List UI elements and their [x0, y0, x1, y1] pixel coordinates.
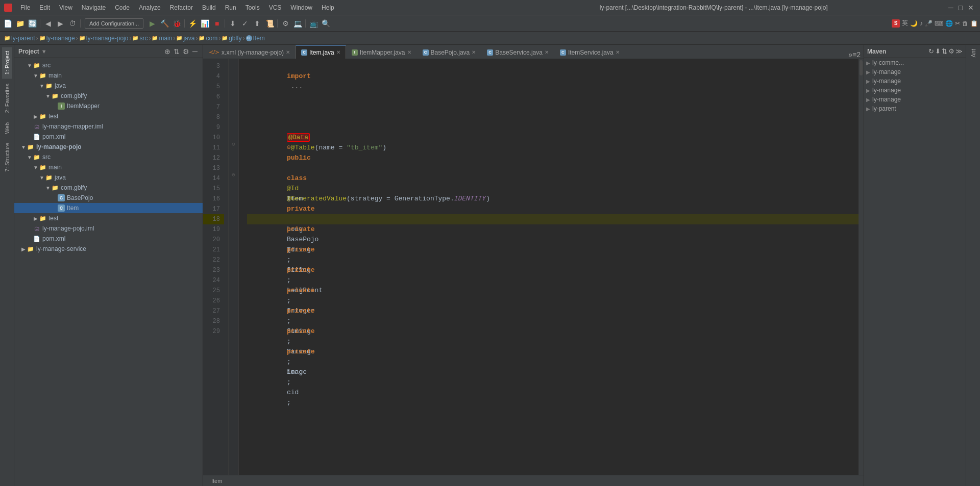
debug-icon[interactable]: 🐞: [171, 18, 182, 29]
tree-item-src-pojo[interactable]: ▼ 📁 src: [14, 152, 203, 162]
maven-expand-icon[interactable]: ⇅: [942, 47, 947, 55]
vcs-update-icon[interactable]: ⬇: [227, 18, 238, 29]
maven-item-ly-parent[interactable]: ▶ ly-parent: [864, 104, 966, 113]
menu-file[interactable]: File: [16, 3, 34, 12]
back-icon[interactable]: ◀: [42, 18, 54, 29]
close-icon[interactable]: ✕: [966, 4, 976, 12]
run-config-icon[interactable]: 📺: [308, 18, 319, 29]
panel-minimize-icon[interactable]: ─: [191, 47, 199, 56]
panel-settings-icon[interactable]: ⚙: [182, 47, 190, 56]
sidebar-tab-web[interactable]: Web: [2, 118, 12, 138]
tab-xml[interactable]: ≺/≻ x.xml (ly-manage-pojo) ✕: [203, 45, 296, 59]
breadcrumb-com[interactable]: 📁 com: [199, 35, 217, 42]
breadcrumb-main[interactable]: 📁 main: [152, 35, 172, 42]
tab-itemservice-close[interactable]: ✕: [616, 49, 620, 55]
profile-icon[interactable]: ⚡: [187, 18, 198, 29]
tree-item-main-pojo[interactable]: ▼ 📁 main: [14, 162, 203, 172]
vcs-commit-icon[interactable]: ✓: [239, 18, 251, 29]
maven-item-ly-comme[interactable]: ▶ ly-comme...: [864, 58, 966, 67]
tab-itemmapper[interactable]: I ItemMapper.java ✕: [346, 45, 417, 59]
vcs-history-icon[interactable]: 📜: [264, 18, 275, 29]
tab-overflow-button[interactable]: »≡2: [845, 50, 864, 59]
tree-item-item[interactable]: C Item: [14, 203, 203, 213]
recent-icon[interactable]: ⏱: [67, 18, 78, 29]
tab-basepojo-close[interactable]: ✕: [472, 49, 476, 55]
tab-baseservice[interactable]: C BaseService.java ✕: [481, 45, 554, 59]
maven-item-ly-manage-3[interactable]: ▶ ly-manage: [864, 86, 966, 95]
sidebar-tab-favorites[interactable]: 2: Favorites: [2, 80, 12, 117]
maven-item-ly-manage-4[interactable]: ▶ ly-manage: [864, 95, 966, 104]
tab-item-java[interactable]: C Item.java ✕: [296, 45, 346, 59]
menu-vcs[interactable]: VCS: [265, 3, 286, 12]
tab-baseservice-close[interactable]: ✕: [545, 49, 549, 55]
tree-item-mapper-iml[interactable]: 🗂 ly-manage-mapper.iml: [14, 121, 203, 132]
far-right-tab-ant[interactable]: Ant: [968, 45, 978, 62]
tree-item-test-mapper[interactable]: ▶ 📁 test: [14, 111, 203, 121]
maximize-icon[interactable]: □: [957, 4, 965, 12]
tree-item-com-pojo[interactable]: ▼ 📁 com.gblfy: [14, 183, 203, 193]
maven-download-icon[interactable]: ⬇: [935, 47, 941, 55]
menu-run[interactable]: Run: [221, 3, 240, 12]
editor-scrollbar[interactable]: [859, 59, 864, 475]
tree-item-ly-manage-pojo[interactable]: ▼ 📁 ly-manage-pojo: [14, 142, 203, 152]
tree-item-main-mapper[interactable]: ▼ 📁 main: [14, 70, 203, 81]
menu-view[interactable]: View: [55, 3, 77, 12]
tree-item-pojo-iml[interactable]: 🗂 ly-manage-pojo.iml: [14, 223, 203, 234]
project-dropdown-icon[interactable]: ▼: [41, 48, 47, 55]
breadcrumb-ly-manage[interactable]: 📁 ly-manage: [39, 35, 75, 42]
breadcrumb-gblfy[interactable]: 📁 gblfy: [222, 35, 241, 42]
sync-icon[interactable]: 🔄: [27, 18, 38, 29]
maven-item-ly-manage-2[interactable]: ▶ ly-manage: [864, 76, 966, 86]
new-file-icon[interactable]: 📄: [2, 18, 13, 29]
tab-basepojo[interactable]: C BasePojo.java ✕: [417, 45, 482, 59]
tree-item-mapper-pom[interactable]: 📄 pom.xml: [14, 132, 203, 142]
tree-item-pojo-pom[interactable]: 📄 pom.xml: [14, 234, 203, 244]
tree-item-src-mapper[interactable]: ▼ 📁 src: [14, 60, 203, 70]
tree-item-basepojo[interactable]: C BasePojo: [14, 193, 203, 203]
tree-item-com-mapper[interactable]: ▼ 📁 com.gblfy: [14, 91, 203, 101]
settings-icon[interactable]: ⚙: [280, 18, 291, 29]
tree-item-java-pojo[interactable]: ▼ 📁 java: [14, 172, 203, 183]
forward-icon[interactable]: ▶: [55, 18, 66, 29]
tab-item-close[interactable]: ✕: [336, 49, 340, 55]
tab-itemservice[interactable]: C ItemService.java ✕: [554, 45, 625, 59]
tree-item-itemmapper[interactable]: I ItemMapper: [14, 101, 203, 111]
menu-tools[interactable]: Tools: [241, 3, 264, 12]
menu-refactor[interactable]: Refactor: [166, 3, 197, 12]
code-content[interactable]: import ... @Data ⊖@Table(name = "tb_item…: [239, 59, 859, 475]
minimize-icon[interactable]: ─: [946, 4, 955, 12]
breadcrumb-ly-parent[interactable]: 📁 ly-parent: [4, 35, 35, 42]
panel-expand-icon[interactable]: ⇅: [173, 47, 181, 56]
coverage-icon[interactable]: 📊: [199, 18, 210, 29]
vcs-push-icon[interactable]: ⬆: [252, 18, 263, 29]
run-icon[interactable]: ▶: [146, 18, 158, 29]
menu-code[interactable]: Code: [111, 3, 134, 12]
tree-item-test-pojo[interactable]: ▶ 📁 test: [14, 213, 203, 223]
breadcrumb-ly-manage-pojo[interactable]: 📁 ly-manage-pojo: [79, 35, 129, 42]
terminal-icon[interactable]: 💻: [292, 18, 303, 29]
window-controls[interactable]: ─ □ ✕: [946, 4, 976, 12]
maven-refresh-icon[interactable]: ↻: [928, 47, 934, 55]
breadcrumb-src[interactable]: 📁 src: [132, 35, 148, 42]
menu-build[interactable]: Build: [198, 3, 220, 12]
menu-edit[interactable]: Edit: [35, 3, 54, 12]
search-everywhere-icon[interactable]: 🔍: [320, 18, 331, 29]
menu-analyze[interactable]: Analyze: [135, 3, 165, 12]
sidebar-tab-project[interactable]: 1: Project: [2, 47, 12, 79]
menu-help[interactable]: Help: [317, 3, 338, 12]
menu-bar[interactable]: File Edit View Navigate Code Analyze Ref…: [16, 3, 481, 12]
add-configuration-button[interactable]: Add Configuration...: [85, 18, 143, 29]
tree-item-ly-manage-service[interactable]: ▶ 📁 ly-manage-service: [14, 244, 203, 254]
sidebar-tab-structure[interactable]: 7: Structure: [2, 139, 12, 176]
stop-icon[interactable]: ■: [211, 18, 223, 29]
panel-locate-icon[interactable]: ⊕: [163, 47, 172, 56]
maven-item-ly-manage-1[interactable]: ▶ ly-manage: [864, 67, 966, 76]
build-icon[interactable]: 🔨: [159, 18, 170, 29]
menu-navigate[interactable]: Navigate: [78, 3, 110, 12]
tree-item-java-mapper[interactable]: ▼ 📁 java: [14, 81, 203, 91]
open-icon[interactable]: 📁: [14, 18, 26, 29]
menu-window[interactable]: Window: [286, 3, 316, 12]
tab-itemmapper-close[interactable]: ✕: [407, 49, 411, 55]
breadcrumb-item-class[interactable]: C Item: [246, 35, 265, 42]
breadcrumb-java[interactable]: 📁 java: [176, 35, 194, 42]
